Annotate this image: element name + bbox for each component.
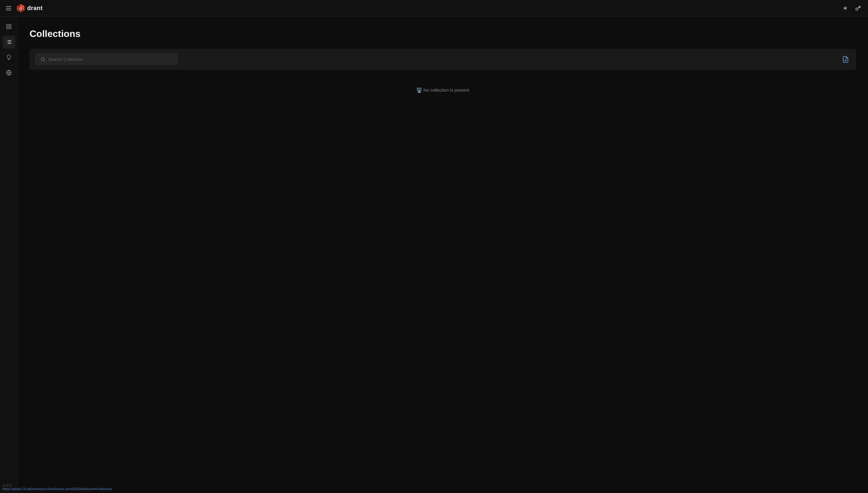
logo-icon: Q <box>16 3 25 13</box>
logo[interactable]: Q drant <box>16 3 43 13</box>
navbar: Q drant ☀ <box>0 0 868 17</box>
lightbulb-icon <box>6 55 12 60</box>
svg-rect-8 <box>6 24 8 26</box>
search-icon <box>41 57 45 62</box>
svg-rect-10 <box>9 27 11 29</box>
sidebar <box>0 17 18 493</box>
logo-text: drant <box>27 5 43 12</box>
add-collection-button[interactable] <box>841 55 850 64</box>
empty-state: 🖥️ No collection is present <box>29 82 856 99</box>
api-key-button[interactable] <box>854 4 862 13</box>
version-url[interactable]: https://qdrant-78-qdrantvector.e2enetwor… <box>2 487 112 491</box>
dashboard-icon <box>6 24 12 29</box>
sidebar-item-collections[interactable] <box>2 36 15 48</box>
integrations-icon <box>6 70 12 76</box>
sidebar-item-dashboard[interactable] <box>2 20 15 33</box>
main-layout: Collections 🖥️ No <box>0 17 868 493</box>
search-input-wrapper <box>36 53 177 65</box>
svg-point-7 <box>856 8 858 10</box>
svg-rect-9 <box>9 24 11 26</box>
search-input[interactable] <box>48 57 172 62</box>
add-collection-icon <box>842 56 849 63</box>
empty-state-message: 🖥️ No collection is present <box>417 87 469 93</box>
key-icon <box>855 5 861 11</box>
search-toolbar <box>29 49 856 70</box>
navbar-right: ☀ <box>841 3 862 13</box>
sidebar-item-ideas[interactable] <box>2 51 15 64</box>
svg-line-21 <box>44 60 45 61</box>
navbar-left: Q drant <box>6 3 43 13</box>
svg-rect-11 <box>6 27 8 29</box>
page-title: Collections <box>29 28 856 39</box>
main-content: Collections 🖥️ No <box>18 17 868 493</box>
version-label: v1.8.3 <box>2 484 112 487</box>
version-info: v1.8.3 https://qdrant-78-qdrantvector.e2… <box>2 484 112 491</box>
sidebar-item-integrations[interactable] <box>2 66 15 79</box>
svg-text:Q: Q <box>19 6 22 10</box>
collections-icon <box>6 39 12 45</box>
theme-toggle-button[interactable]: ☀ <box>841 3 849 13</box>
hamburger-menu-icon[interactable] <box>6 6 11 10</box>
theme-icon: ☀ <box>843 5 848 12</box>
